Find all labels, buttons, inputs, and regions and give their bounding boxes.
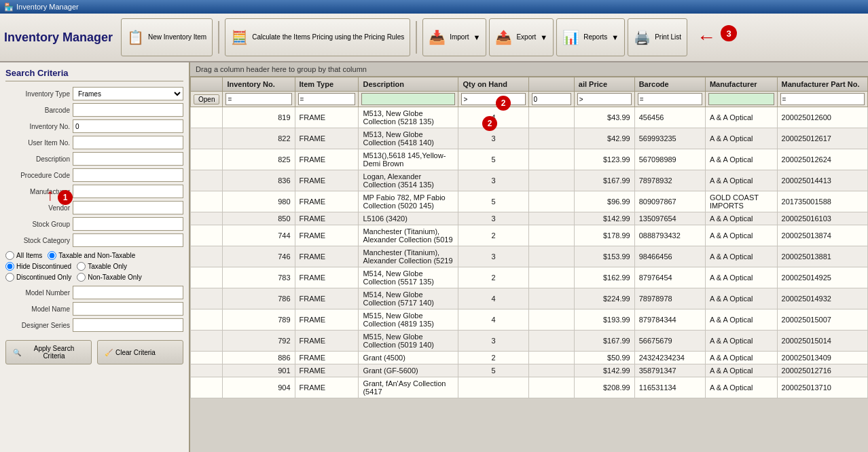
- open-filter-button[interactable]: Open: [194, 94, 219, 105]
- cell-manufacturer: A & A Optical: [705, 149, 777, 170]
- cell-manufacturer: A & A Optical: [705, 246, 777, 267]
- table-row[interactable]: 792 FRAME M515, New Globe Collection (50…: [191, 331, 868, 352]
- table-row[interactable]: 980 FRAME MP Fabio 782, MP Fabio Collect…: [191, 191, 868, 212]
- filter-price-input[interactable]: [577, 93, 632, 105]
- manufacturer-input[interactable]: [73, 185, 183, 198]
- cell-open: [191, 128, 223, 149]
- table-row[interactable]: 901 FRAME Grant (GF-5600) 5 $142.99 3587…: [191, 364, 868, 377]
- inventory-no-input[interactable]: [73, 119, 183, 133]
- col-header-item-type[interactable]: Item Type: [295, 77, 359, 92]
- cell-barcode: 358791347: [634, 364, 705, 377]
- nontaxable-only-radio[interactable]: Non-Taxable Only: [77, 273, 141, 282]
- cell-qty: 3: [458, 170, 528, 191]
- calculate-icon: 🧮: [231, 29, 248, 45]
- taxable-nontaxable-label: Taxable and Non-Taxable: [58, 252, 135, 259]
- filter-open: Open: [191, 92, 223, 107]
- procedure-input[interactable]: [73, 168, 183, 182]
- col-header-qty[interactable]: Qty on Hand: [458, 77, 528, 92]
- taxable-nontaxable-radio[interactable]: Taxable and Non-Taxable: [48, 251, 135, 260]
- filter-barcode-input[interactable]: [638, 93, 702, 105]
- inventory-type-select[interactable]: Frames: [73, 87, 183, 100]
- table-row[interactable]: 744 FRAME Manchester (Titanium), Alexand…: [191, 225, 868, 246]
- cell-description: M513(),5618 145,Yellow-Demi Brown: [359, 149, 458, 170]
- table-row[interactable]: 836 FRAME Logan, Alexander Collection (3…: [191, 170, 868, 191]
- cell-part-no: 200025014413: [777, 170, 867, 191]
- table-row[interactable]: 789 FRAME M515, New Globe Collection (48…: [191, 309, 868, 331]
- col-header-barcode[interactable]: Barcode: [634, 77, 705, 92]
- manufacturer-label: Manufacturer: [5, 188, 70, 195]
- table-row[interactable]: 746 FRAME Manchester (Titanium), Alexand…: [191, 246, 868, 267]
- cell-part-no: 200025016103: [777, 212, 867, 225]
- col-header-retail-price[interactable]: ail Price: [574, 77, 634, 92]
- user-item-row: User Item No.: [5, 136, 183, 149]
- filter-manufacturer-input[interactable]: [708, 93, 774, 105]
- stock-group-label: Stock Group: [5, 221, 70, 228]
- col-header-manufacturer[interactable]: Manufacturer: [705, 77, 777, 92]
- stock-group-input[interactable]: [73, 217, 183, 231]
- cell-price: $193.99: [574, 309, 634, 331]
- barcode-input[interactable]: [73, 103, 183, 117]
- cell-inv-no: 850: [223, 212, 295, 225]
- import-button[interactable]: 📥 Import ▼: [422, 18, 486, 56]
- designer-series-input[interactable]: [73, 318, 183, 332]
- hide-discontinued-radio[interactable]: Hide Discontinued: [5, 262, 71, 271]
- clear-criteria-button[interactable]: 🧹 Clear Criteria: [97, 340, 183, 364]
- col-header-part-no[interactable]: Manufacturer Part No.: [777, 77, 867, 92]
- vendor-input[interactable]: [73, 201, 183, 214]
- filter-qty-input[interactable]: [461, 93, 525, 105]
- model-name-input[interactable]: [73, 302, 183, 316]
- discontinued-only-radio[interactable]: Discontinued Only: [5, 273, 71, 282]
- stock-category-input[interactable]: [73, 233, 183, 247]
- col-header-inv-no[interactable]: Inventory No.: [223, 77, 295, 92]
- table-row[interactable]: 904 FRAME Grant, fAn'Asy Collection (541…: [191, 377, 868, 398]
- reports-button[interactable]: 📊 Reports ▼: [556, 18, 625, 56]
- cell-barcode: 87976454: [634, 267, 705, 288]
- export-dropdown-arrow: ▼: [540, 33, 547, 41]
- designer-series-label: Designer Series: [5, 322, 70, 329]
- cell-inv-no: 819: [223, 107, 295, 128]
- taxable-only-radio[interactable]: Taxable Only: [77, 262, 127, 271]
- table-row[interactable]: 786 FRAME M514, New Globe Collection (57…: [191, 288, 868, 309]
- cell-extra: [528, 288, 574, 309]
- filter-description-input[interactable]: [361, 93, 455, 105]
- cell-open: [191, 309, 223, 331]
- status-radio-group: All Items Taxable and Non-Taxable Hide D…: [5, 251, 183, 282]
- cell-inv-no: 786: [223, 288, 295, 309]
- filter-item-type-input[interactable]: [298, 93, 356, 105]
- table-row[interactable]: 850 FRAME L5106 (3420) 3 $142.99 1350976…: [191, 212, 868, 225]
- print-list-button[interactable]: 🖨️ Print List: [628, 18, 687, 56]
- table-row[interactable]: 886 FRAME Grant (4500) 2 $50.99 24324234…: [191, 352, 868, 364]
- new-inventory-item-button[interactable]: 📋 New Inventory Item: [121, 18, 213, 56]
- cell-price: $153.99: [574, 246, 634, 267]
- table-row[interactable]: 783 FRAME M514, New Globe Collection (55…: [191, 267, 868, 288]
- cell-qty: 4: [458, 107, 528, 128]
- description-input[interactable]: [73, 152, 183, 166]
- user-item-input[interactable]: [73, 136, 183, 149]
- right-panel: Drag a column header here to group by th…: [190, 62, 868, 452]
- cell-extra: [528, 377, 574, 398]
- filter-price: [574, 92, 634, 107]
- filter-inv-no-input[interactable]: [225, 93, 291, 105]
- all-items-radio[interactable]: All Items: [5, 251, 42, 260]
- col-header-extra[interactable]: [528, 77, 574, 92]
- cell-inv-no: 789: [223, 309, 295, 331]
- table-row[interactable]: 822 FRAME M513, New Globe Collection (54…: [191, 128, 868, 149]
- cell-inv-no: 836: [223, 170, 295, 191]
- cell-price: $178.99: [574, 225, 634, 246]
- table-row[interactable]: 819 FRAME M513, New Globe Collection (52…: [191, 107, 868, 128]
- filter-description: [359, 92, 458, 107]
- cell-qty: 5: [458, 191, 528, 212]
- grid-container[interactable]: Inventory No. Item Type Description Qty …: [190, 77, 868, 452]
- table-row[interactable]: 825 FRAME M513(),5618 145,Yellow-Demi Br…: [191, 149, 868, 170]
- col-header-description[interactable]: Description: [359, 77, 458, 92]
- filter-qty-value-input[interactable]: [532, 93, 571, 105]
- model-number-input[interactable]: [73, 286, 183, 299]
- filter-part-no-input[interactable]: [780, 93, 865, 105]
- eraser-icon: 🧹: [105, 349, 113, 356]
- export-button[interactable]: 📤 Export ▼: [489, 18, 554, 56]
- search-panel-title: Search Criteria: [5, 68, 183, 81]
- calculate-pricing-button[interactable]: 🧮 Calculate the Items Pricing using the …: [225, 18, 410, 56]
- cell-price: $50.99: [574, 352, 634, 364]
- cell-description: M513, New Globe Collection (5418 140): [359, 128, 458, 149]
- apply-search-button[interactable]: 🔍 Apply Search Criteria: [5, 340, 92, 364]
